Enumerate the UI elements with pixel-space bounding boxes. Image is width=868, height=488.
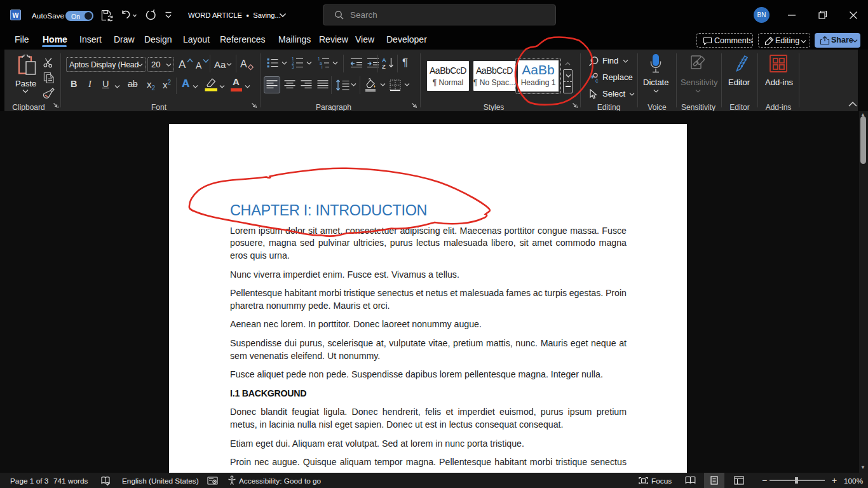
svg-text:i: i (322, 65, 322, 69)
svg-text:Z: Z (382, 63, 386, 69)
svg-text:3: 3 (292, 65, 294, 69)
svg-text:A: A (382, 57, 386, 64)
svg-text:c: c (595, 78, 599, 84)
